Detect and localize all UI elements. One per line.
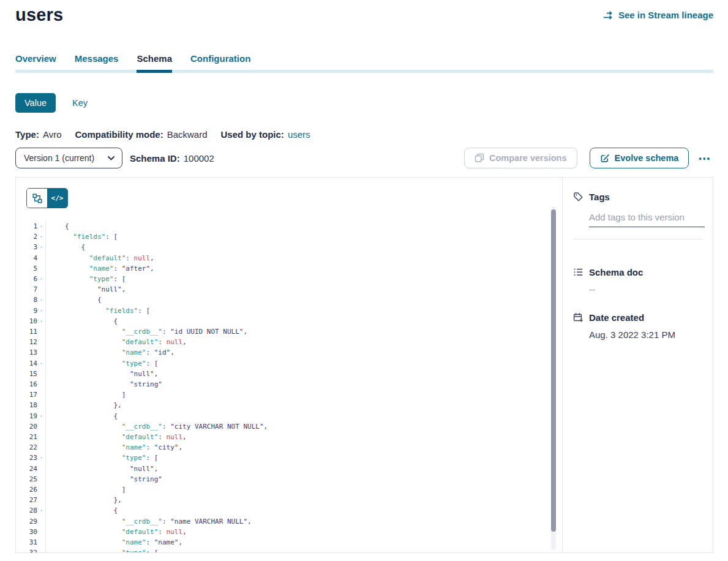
fold-arrow-icon[interactable]: ▾: [37, 274, 45, 284]
code-line: 31 "name": "name",: [16, 537, 562, 548]
fold-arrow-icon[interactable]: ▾: [37, 548, 45, 552]
code-text: ]: [45, 390, 562, 400]
compare-versions-button[interactable]: Compare versions: [464, 148, 577, 168]
fold-arrow-icon[interactable]: ▾: [37, 316, 45, 326]
fold-arrow-icon[interactable]: ▾: [37, 411, 45, 421]
line-number: 19: [16, 411, 37, 421]
scrollbar-thumb[interactable]: [551, 209, 556, 532]
fold-spacer: [37, 516, 45, 527]
tab-configuration[interactable]: Configuration: [190, 53, 250, 73]
line-number: 3: [16, 242, 37, 252]
date-created-header: Date created: [573, 312, 703, 323]
tab-bar: Overview Messages Schema Configuration: [15, 53, 713, 73]
compatibility-value: Backward: [167, 129, 208, 140]
fold-arrow-icon[interactable]: ▾: [37, 295, 45, 305]
code-line: 32▾ "type": [: [16, 548, 562, 552]
tab-schema[interactable]: Schema: [137, 53, 172, 73]
code-text: "__crdb__": "id UUID NOT NULL",: [45, 326, 562, 337]
code-text: "type": [: [45, 274, 562, 284]
code-text: {: [45, 242, 562, 252]
line-number: 2: [16, 232, 37, 242]
page-header: users See in Stream lineage: [15, 5, 713, 25]
edit-icon: [600, 153, 610, 163]
key-toggle-button[interactable]: Key: [72, 93, 88, 113]
schema-card: </> 1▾{2▾ "fields": [3▾ {4 "default": nu…: [15, 177, 713, 553]
tab-messages[interactable]: Messages: [75, 53, 119, 73]
schema-id: Schema ID: 100002: [130, 153, 214, 164]
code-text: "default": null,: [45, 337, 562, 347]
code-line: 5 "name": "after",: [16, 263, 562, 274]
fold-arrow-icon[interactable]: ▾: [37, 505, 45, 516]
code-line: 30 "default": null,: [16, 527, 562, 537]
code-lines: 1▾{2▾ "fields": [3▾ {4 "default": null,5…: [16, 221, 562, 552]
code-line: 6▾ "type": [: [16, 274, 562, 284]
date-created-value: Aug. 3 2022 3:21 PM: [589, 329, 703, 340]
tab-overview[interactable]: Overview: [15, 53, 56, 73]
line-number: 16: [16, 379, 37, 390]
line-number: 32: [16, 548, 37, 552]
fold-spacer: [37, 369, 45, 379]
code-text: "default": null,: [45, 527, 562, 537]
fold-spacer: [37, 390, 45, 400]
line-number: 15: [16, 369, 37, 379]
line-number: 1: [16, 221, 37, 232]
code-text: {: [45, 411, 562, 421]
code-line: 24 "null",: [16, 464, 562, 474]
fold-arrow-icon[interactable]: ▾: [37, 242, 45, 252]
code-line: 28▾ {: [16, 505, 562, 516]
fold-arrow-icon[interactable]: ▾: [37, 221, 45, 232]
used-by-topic-label: Used by topic:: [221, 129, 284, 140]
fold-spacer: [37, 347, 45, 358]
code-line: 29 "__crdb__": "name VARCHAR NULL",: [16, 516, 562, 527]
stream-lineage-link[interactable]: See in Stream lineage: [603, 10, 713, 20]
code-text: "name": "id",: [45, 347, 562, 358]
code-view-button[interactable]: </>: [47, 189, 67, 208]
code-line: 14▾ "type": [: [16, 358, 562, 369]
fold-spacer: [37, 379, 45, 390]
code-text: "name": "city",: [45, 442, 562, 453]
fold-arrow-icon[interactable]: ▾: [37, 358, 45, 369]
code-text: "null",: [45, 369, 562, 379]
line-number: 8: [16, 295, 37, 305]
topic-link[interactable]: users: [288, 129, 310, 140]
code-line: 12 "default": null,: [16, 337, 562, 347]
schema-meta-row: Type: Avro Compatibility mode: Backward …: [15, 129, 713, 140]
fold-arrow-icon[interactable]: ▾: [37, 232, 45, 242]
fold-arrow-icon[interactable]: ▾: [37, 306, 45, 316]
code-text: "null",: [45, 464, 562, 474]
code-line: 15 "null",: [16, 369, 562, 379]
value-toggle-button[interactable]: Value: [15, 93, 56, 113]
meta-type: Type: Avro: [15, 129, 61, 140]
schema-editor-panel: </> 1▾{2▾ "fields": [3▾ {4 "default": nu…: [16, 178, 562, 552]
tag-icon: [573, 192, 584, 202]
tree-view-button[interactable]: [27, 189, 47, 208]
line-number: 14: [16, 358, 37, 369]
code-text: "default": null,: [45, 253, 562, 263]
version-select[interactable]: Version 1 (current): [15, 148, 122, 168]
add-tags-input[interactable]: [589, 211, 705, 227]
code-text: "type": [: [45, 358, 562, 369]
line-number: 11: [16, 326, 37, 337]
code-text: {: [45, 316, 562, 326]
schema-id-value: 100002: [184, 153, 214, 164]
code-text: "name": "name",: [45, 537, 562, 548]
schema-code-editor[interactable]: 1▾{2▾ "fields": [3▾ {4 "default": null,5…: [16, 221, 562, 552]
code-text: "null",: [45, 284, 562, 295]
code-line: 18 },: [16, 400, 562, 410]
code-text: "fields": [: [45, 306, 562, 316]
line-number: 12: [16, 337, 37, 347]
code-text: ]: [45, 484, 562, 495]
version-select-value: Version 1 (current): [24, 153, 94, 163]
evolve-schema-button[interactable]: Evolve schema: [590, 148, 689, 168]
schema-doc-value: --: [589, 284, 703, 295]
versions-icon: [475, 153, 484, 163]
fold-spacer: [37, 474, 45, 484]
more-options-button[interactable]: •••: [696, 151, 713, 165]
code-line: 9▾ "fields": [: [16, 306, 562, 316]
schema-doc-header: Schema doc: [573, 267, 703, 277]
schema-id-label: Schema ID:: [130, 153, 180, 164]
fold-spacer: [37, 527, 45, 537]
editor-scrollbar[interactable]: [551, 207, 556, 550]
fold-spacer: [37, 442, 45, 453]
fold-arrow-icon[interactable]: ▾: [37, 453, 45, 463]
